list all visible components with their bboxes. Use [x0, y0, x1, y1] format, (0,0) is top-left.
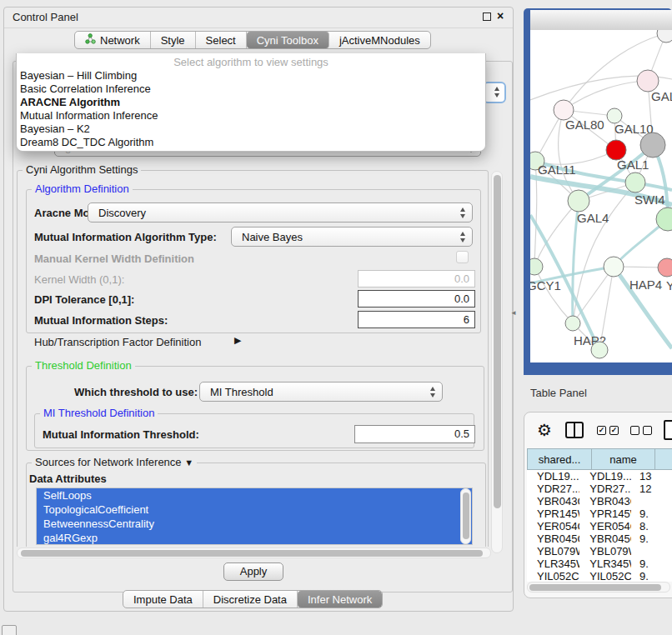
sources-collapse-icon[interactable]: ▼: [184, 458, 193, 468]
table-cell[interactable]: YBL079W: [527, 545, 579, 558]
network-node-hap2[interactable]: [565, 316, 580, 331]
network-window-titlebar[interactable]: [530, 10, 672, 31]
attribute-item-gal4rgexp[interactable]: gal4RGexp: [37, 531, 472, 545]
table-cell[interactable]: 13: [631, 470, 672, 482]
mi-type-combo[interactable]: Naive Bayes: [231, 227, 473, 247]
select-all-checkbox-icon-2[interactable]: ✓: [609, 426, 619, 435]
table-cell[interactable]: 9.: [631, 532, 672, 545]
select-all-checkbox-icon[interactable]: ✓: [597, 426, 606, 435]
network-node-y[interactable]: [658, 258, 672, 277]
algorithm-option-dream8-dc-tdc-algorithm[interactable]: Dream8 DC_TDC Algorithm: [20, 136, 482, 149]
network-node-gal1[interactable]: [625, 172, 645, 192]
tab-jactivemnodules[interactable]: jActiveMNodules: [329, 32, 430, 48]
combo-stepper-icon: [494, 87, 506, 98]
algorithm-option-bayesian-hill-climbing[interactable]: Bayesian – Hill Climbing: [20, 69, 482, 82]
tab-network[interactable]: Network: [75, 32, 151, 48]
table-cell[interactable]: YDR27...: [579, 482, 631, 495]
table-cell[interactable]: YLR345W: [579, 558, 631, 570]
table-cell[interactable]: YBR045C: [579, 532, 631, 545]
attribute-item-selfloops[interactable]: SelfLoops: [37, 488, 472, 502]
kernel-width-label: Kernel Width (0,1):: [34, 273, 124, 286]
gear-icon[interactable]: ⚙: [537, 420, 552, 440]
table-header-row: shared...nameA: [527, 448, 672, 470]
algorithm-option-mutual-information-inference[interactable]: Mutual Information Inference: [20, 109, 482, 122]
which-threshold-combo[interactable]: MI Threshold: [199, 382, 443, 402]
attributes-list-scrollbar[interactable]: [460, 488, 471, 544]
attribute-item-topologicalcoefficient[interactable]: TopologicalCoefficient: [37, 502, 472, 517]
table-cell[interactable]: YBR043C: [527, 495, 579, 508]
float-panel-icon[interactable]: [483, 12, 491, 21]
table-cell[interactable]: YER054C: [527, 520, 579, 532]
manual-kernel-checkbox[interactable]: [456, 251, 469, 263]
tab-cyni-toolbox[interactable]: Cyni Toolbox: [247, 32, 329, 48]
network-canvas[interactable]: GAL2GAL80GAL10GAL1GAL11GAL4SWI4GCY1HAP4Y…: [530, 30, 672, 362]
deselect-all-checkbox-icon[interactable]: [630, 426, 639, 435]
table-horizontal-scrollbar[interactable]: [527, 582, 670, 592]
column-header-shared[interactable]: shared...: [527, 448, 592, 470]
tab-style[interactable]: Style: [151, 32, 196, 48]
table-cell[interactable]: YDR27...: [527, 482, 579, 495]
network-node[interactable]: [657, 30, 672, 42]
network-node[interactable]: [640, 132, 665, 158]
column-header-name[interactable]: name: [592, 448, 655, 470]
tab-label: Impute Data: [133, 593, 193, 606]
data-attributes-list: SelfLoopsTopologicalCoefficientBetweenne…: [36, 488, 473, 545]
table-cell[interactable]: 12: [631, 482, 672, 495]
column-layout-icon[interactable]: [565, 422, 584, 438]
table-cell[interactable]: YBR043C: [579, 495, 631, 508]
deselect-all-checkbox-icon-2[interactable]: [643, 426, 652, 435]
network-node-gcy1[interactable]: [530, 258, 543, 275]
table-cell[interactable]: YBL079W: [579, 545, 631, 558]
network-edge[interactable]: [573, 267, 614, 323]
inference-algorithm-combo-fragment[interactable]: [483, 82, 506, 103]
network-node[interactable]: [591, 342, 608, 358]
table-cell[interactable]: YLR345W: [527, 558, 579, 570]
kernel-width-field[interactable]: 0.0: [358, 270, 475, 288]
node-label: GCY1: [530, 278, 561, 292]
panel-corner-button[interactable]: [2, 625, 17, 635]
attribute-item-betweennesscentrality[interactable]: BetweennessCentrality: [37, 517, 472, 531]
table-cell[interactable]: 9.: [631, 570, 672, 582]
network-node-hap4[interactable]: [604, 257, 624, 277]
panel-splitter-handle[interactable]: ◄: [510, 309, 517, 317]
tab-label: Network: [100, 34, 140, 47]
table-cell[interactable]: YPR145W: [527, 508, 579, 520]
aracne-mode-combo[interactable]: Discovery: [88, 202, 473, 222]
node-label: GAL2: [651, 89, 672, 103]
tab-discretize-data[interactable]: Discretize Data: [203, 591, 298, 608]
node-label: GAL11: [538, 162, 576, 177]
mi-threshold-field[interactable]: 0.5: [354, 425, 475, 443]
tab-impute-data[interactable]: Impute Data: [123, 591, 203, 608]
table-cell[interactable]: YBR045C: [527, 532, 579, 545]
settings-horizontal-scrollbar[interactable]: [17, 548, 491, 558]
mi-steps-field[interactable]: 6: [358, 311, 475, 328]
export-table-icon[interactable]: [664, 420, 672, 440]
table-cell[interactable]: 9.: [631, 558, 672, 570]
algorithm-option-bayesian-k2[interactable]: Bayesian – K2: [20, 122, 482, 136]
mi-threshold-title: MI Threshold Definition: [40, 407, 158, 419]
apply-button[interactable]: Apply: [223, 562, 283, 581]
table-cell[interactable]: 8.: [631, 520, 672, 532]
dpi-tolerance-field[interactable]: 0.0: [358, 290, 475, 308]
settings-vertical-scrollbar[interactable]: [491, 171, 503, 553]
table-cell[interactable]: YDL19...: [527, 470, 579, 482]
algorithm-option-basic-correlation-inference[interactable]: Basic Correlation Inference: [20, 82, 482, 96]
table-cell[interactable]: YDL19...: [579, 470, 631, 482]
combo-stepper-icon: [460, 208, 472, 218]
network-node-gal4[interactable]: [568, 190, 589, 212]
tab-select[interactable]: Select: [196, 32, 247, 48]
table-cell[interactable]: YER054C: [579, 520, 631, 532]
tab-infer-network[interactable]: Infer Network: [298, 591, 382, 608]
table-cell[interactable]: YIL052C: [579, 570, 631, 582]
algorithm-option-aracne-algorithm[interactable]: ARACNE Algorithm: [20, 96, 482, 109]
close-panel-icon[interactable]: ×: [497, 9, 504, 22]
table-cell[interactable]: 9.: [631, 508, 672, 520]
manual-kernel-label: Manual Kernel Width Definition: [34, 252, 194, 265]
table-cell[interactable]: YIL052C: [527, 570, 579, 582]
hub-expand-icon[interactable]: ▶: [234, 335, 241, 346]
combo-stepper-icon: [460, 232, 472, 242]
table-cell[interactable]: YPR145W: [579, 508, 631, 520]
tab-label: Cyni Toolbox: [257, 34, 318, 47]
column-header-a[interactable]: A: [655, 448, 672, 470]
network-graph: GAL2GAL80GAL10GAL1GAL11GAL4SWI4GCY1HAP4Y…: [530, 30, 672, 362]
